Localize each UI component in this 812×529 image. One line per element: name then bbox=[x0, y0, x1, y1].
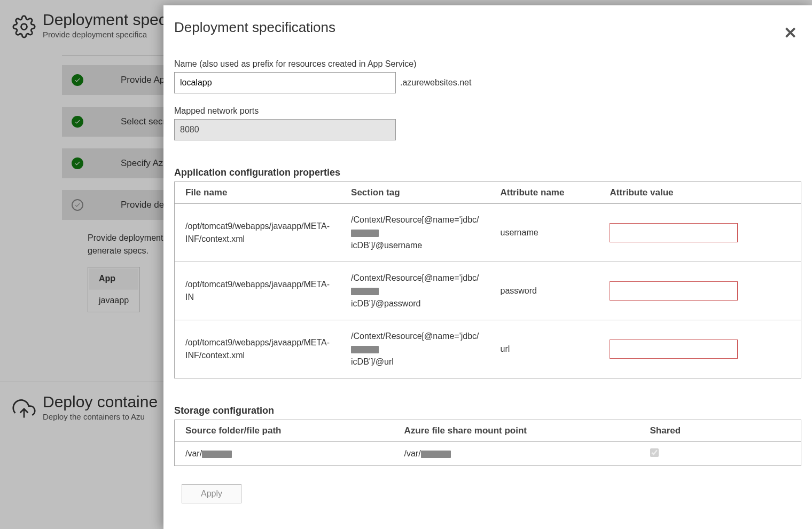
col-header-mount: Azure file share mount point bbox=[394, 420, 639, 442]
ports-input bbox=[174, 119, 396, 140]
redacted bbox=[421, 451, 451, 458]
name-label: Name (also used as prefix for resources … bbox=[174, 59, 801, 69]
attribute-value-input[interactable] bbox=[610, 223, 738, 242]
app-config-heading: Application configuration properties bbox=[174, 167, 801, 178]
tag-cell: /Context/Resource[@name='jdbc/icDB']/@ur… bbox=[340, 320, 489, 378]
apply-button[interactable]: Apply bbox=[182, 484, 241, 503]
shared-cell bbox=[639, 442, 801, 466]
redacted bbox=[351, 346, 379, 353]
col-header-src: Source folder/file path bbox=[175, 420, 394, 442]
file-cell: /opt/tomcat9/webapps/javaapp/META-INF/co… bbox=[175, 320, 341, 378]
shared-checkbox bbox=[650, 448, 659, 457]
attr-cell: username bbox=[489, 204, 599, 262]
redacted bbox=[351, 230, 379, 237]
storage-table: Source folder/file path Azure file share… bbox=[174, 420, 801, 466]
tag-cell: /Context/Resource[@name='jdbc/icDB']/@us… bbox=[340, 204, 489, 262]
mount-cell: /var/ bbox=[394, 442, 639, 466]
src-cell: /var/ bbox=[175, 442, 394, 466]
app-config-table: File name Section tag Attribute name Att… bbox=[174, 181, 801, 378]
close-button[interactable]: ✕ bbox=[779, 19, 801, 46]
col-header-val: Attribute value bbox=[599, 182, 801, 204]
config-row: /opt/tomcat9/webapps/javaapp/META-IN /Co… bbox=[175, 262, 801, 320]
name-input[interactable] bbox=[174, 72, 396, 93]
attr-cell: url bbox=[489, 320, 599, 378]
file-cell: /opt/tomcat9/webapps/javaapp/META-INF/co… bbox=[175, 204, 341, 262]
col-header-file: File name bbox=[175, 182, 341, 204]
attribute-value-input[interactable] bbox=[610, 339, 738, 359]
storage-heading: Storage configuration bbox=[174, 405, 801, 416]
attribute-value-input[interactable] bbox=[610, 281, 738, 301]
col-header-tag: Section tag bbox=[340, 182, 489, 204]
close-icon: ✕ bbox=[784, 24, 797, 42]
redacted bbox=[351, 288, 379, 295]
panel-title: Deployment specifications bbox=[174, 19, 335, 36]
attr-cell: password bbox=[489, 262, 599, 320]
col-header-attr: Attribute name bbox=[489, 182, 599, 204]
tag-cell: /Context/Resource[@name='jdbc/icDB']/@pa… bbox=[340, 262, 489, 320]
ports-label: Mapped network ports bbox=[174, 106, 801, 116]
storage-row: /var/ /var/ bbox=[175, 442, 801, 466]
config-row: /opt/tomcat9/webapps/javaapp/META-INF/co… bbox=[175, 320, 801, 378]
domain-suffix: .azurewebsites.net bbox=[400, 78, 471, 88]
deployment-spec-panel: Deployment specifications ✕ Name (also u… bbox=[163, 5, 812, 529]
col-header-shared: Shared bbox=[639, 420, 801, 442]
redacted bbox=[202, 451, 232, 458]
file-cell: /opt/tomcat9/webapps/javaapp/META-IN bbox=[175, 262, 341, 320]
config-row: /opt/tomcat9/webapps/javaapp/META-INF/co… bbox=[175, 204, 801, 262]
